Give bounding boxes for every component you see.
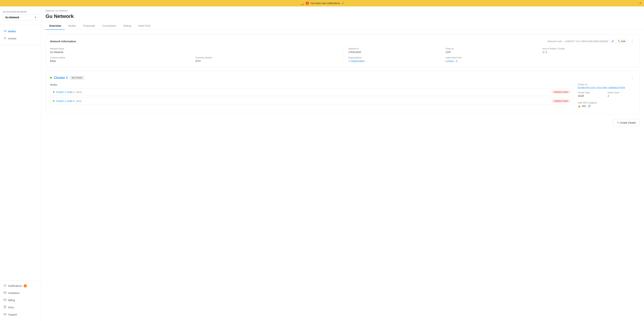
sidebar-item-billing[interactable]: Billing (0, 297, 41, 304)
svg-point-1 (6, 30, 6, 31)
tab-consortium[interactable]: Consortium (99, 22, 120, 30)
tabs-bar: Overview Nodes Proposals Consortium Debu… (41, 22, 644, 30)
tab-proposals[interactable]: Proposals (80, 22, 99, 30)
support-icon (4, 313, 6, 316)
node-id-1: (#63) (76, 91, 82, 93)
geth-rpc-value-container: 🔒 N/A 🔗 (578, 105, 635, 107)
tab-hardfork[interactable]: Hard Fork (135, 22, 154, 30)
notification-content: 🔔 1 You have new notifications ▾ (301, 1, 343, 5)
sidebar-network-section: Blockchain Network Gu Network ▾ (0, 9, 41, 23)
node-row-left: Cluster 1-node-1 (#63) (53, 91, 82, 93)
table-row: Cluster 1-node-2 (#63) Validator Node (50, 97, 574, 105)
tab-overview[interactable]: Overview (46, 22, 65, 30)
tab-debug[interactable]: Debug (120, 22, 135, 30)
geth-rpc-row: Geth RPC Endpoint 🔒 N/A 🔗 (578, 102, 635, 107)
cluster-id-row: Cluster Id 8108b746-e151-4431-bf4c-3d0b0… (578, 83, 635, 89)
sidebar-item-access-label: Access (8, 37, 16, 40)
network-uuid-meta: Network Uuid: ce300107-7a17-465d-9a30-0d… (548, 40, 614, 43)
sidebar-item-support-label: Support (8, 313, 17, 316)
sidebar-item-support[interactable]: Support (0, 311, 41, 318)
node-status-dot-2 (53, 100, 54, 102)
sidebar-item-invitations-label: Invitations (8, 292, 20, 295)
cluster-id-label: Cluster Id (578, 83, 635, 86)
create-cluster-button[interactable]: + Create Cluster (613, 119, 640, 126)
network-selector-button[interactable]: Gu Network ▾ (3, 14, 38, 20)
field-currency-symbol: Currency Symbol ETH (196, 56, 337, 62)
svg-point-0 (4, 31, 4, 31)
chevron-down-icon: ▾ (35, 16, 36, 19)
copy-geth-rpc-icon[interactable]: 🔗 (588, 105, 591, 107)
field-network-name-value: Gu Network (50, 51, 191, 53)
cluster-left: Nodes Cluster 1-node-1 (#63) Validator N… (50, 83, 574, 110)
cluster-my-cluster-badge: My Cluster (70, 76, 84, 79)
svg-point-5 (4, 37, 6, 38)
notification-text: You have new notifications (310, 2, 340, 5)
cluster-status-dot (50, 77, 52, 79)
node-row-left-2: Cluster 1-node-2 (#63) (53, 100, 82, 102)
uuid-label: Network Uuid: (548, 40, 562, 43)
field-num-nodes-label: Num of Nodes / Cluster (542, 47, 635, 50)
field-organizations: Organizations 1 Organization (348, 56, 441, 62)
sidebar-network-label: Blockchain Network (3, 11, 38, 13)
lock-icon: 🔒 (578, 105, 581, 107)
node-count-row: Node Count 2 (608, 91, 635, 97)
main-header: Network: Gu Network Gu Network (41, 6, 644, 19)
field-num-nodes: Num of Nodes / Cluster 2 / 1 (542, 47, 635, 53)
tab-nodes[interactable]: Nodes (65, 22, 80, 30)
edit-button[interactable]: ✏️ Edit (616, 39, 628, 43)
bell-icon: 🔔 (301, 1, 304, 5)
svg-line-3 (4, 30, 6, 31)
field-organizations-value[interactable]: 1 Organization (348, 60, 441, 62)
field-latest-hardfork-value[interactable]: London - 0 (446, 60, 538, 62)
cluster-id-value[interactable]: 8108b746-e151-4431-bf4c-3d0b0ea72539 (578, 86, 635, 89)
create-cluster-label: Create Cluster (620, 121, 636, 124)
cluster-content: Nodes Cluster 1-node-1 (#63) Validator N… (50, 83, 635, 110)
copy-uuid-icon[interactable]: 🔗 (611, 40, 614, 43)
sidebar: Blockchain Network Gu Network ▾ Nodes Ac… (0, 6, 41, 321)
app-layout: Blockchain Network Gu Network ▾ Nodes Ac… (0, 6, 644, 321)
field-network-name: Network Name Gu Network (50, 47, 191, 53)
node-type-badge-1: Validator Node (552, 90, 571, 94)
sidebar-item-nodes[interactable]: Nodes (0, 28, 41, 35)
node-count-value: 2 (608, 94, 635, 97)
svg-rect-6 (4, 292, 6, 294)
field-currency-name-label: Currency Name (50, 56, 191, 59)
cluster-more-options-button[interactable]: ⋮ (629, 75, 635, 80)
network-info-title: Network Information (50, 40, 76, 43)
notification-count: 1 (306, 1, 309, 5)
cluster-type-value: small (578, 94, 606, 97)
field-chain-id: Chain Id 1337 (446, 47, 538, 53)
network-info-right: Network Id 276313420 Chain Id 1337 Num o… (348, 47, 636, 62)
cluster-card: Cluster 1 My Cluster ⋮ Nodes Cluster 1-n… (46, 71, 640, 114)
node-status-dot (53, 91, 54, 93)
cluster-type-label: Cluster Type (578, 91, 606, 94)
bell-icon (4, 284, 6, 288)
uuid-value: ce300107-7a17-465d-9a30-0d6a7d0f0a53 (564, 40, 608, 43)
notification-close-button[interactable]: × (640, 1, 641, 5)
sidebar-item-docs[interactable]: Docs (0, 304, 41, 311)
node-name-1[interactable]: Cluster 1-node-1 (56, 91, 74, 93)
page-title: Gu Network (46, 13, 640, 19)
more-options-button[interactable]: ⋮ (629, 38, 635, 44)
docs-icon (4, 306, 6, 309)
field-network-id: Network Id 276313420 (348, 47, 441, 53)
svg-rect-7 (4, 299, 6, 301)
sidebar-item-access[interactable]: Access (0, 35, 41, 42)
network-selector-name: Gu Network (5, 16, 19, 19)
cluster-right: Cluster Id 8108b746-e151-4431-bf4c-3d0b0… (578, 83, 635, 110)
svg-point-2 (6, 31, 6, 32)
sidebar-divider-top (0, 25, 41, 25)
card-actions: Network Uuid: ce300107-7a17-465d-9a30-0d… (548, 38, 635, 44)
node-name-2[interactable]: Cluster 1-node-2 (56, 100, 74, 102)
cluster-type-row: Cluster Type small (578, 91, 606, 97)
field-latest-hardfork: Latest Hard Fork London - 0 (446, 56, 538, 62)
nodes-section-title: Nodes (50, 83, 574, 86)
billing-icon (4, 299, 6, 302)
sidebar-item-notifications[interactable]: Notifications 1 (0, 282, 41, 290)
sidebar-item-invitations[interactable]: Invitations (0, 290, 41, 297)
field-network-id-label: Network Id (348, 47, 441, 50)
node-id-2: (#63) (76, 100, 82, 102)
plus-icon: + (617, 121, 618, 124)
chevron-down-icon[interactable]: ▾ (342, 2, 343, 4)
breadcrumb: Network: Gu Network (46, 9, 640, 12)
